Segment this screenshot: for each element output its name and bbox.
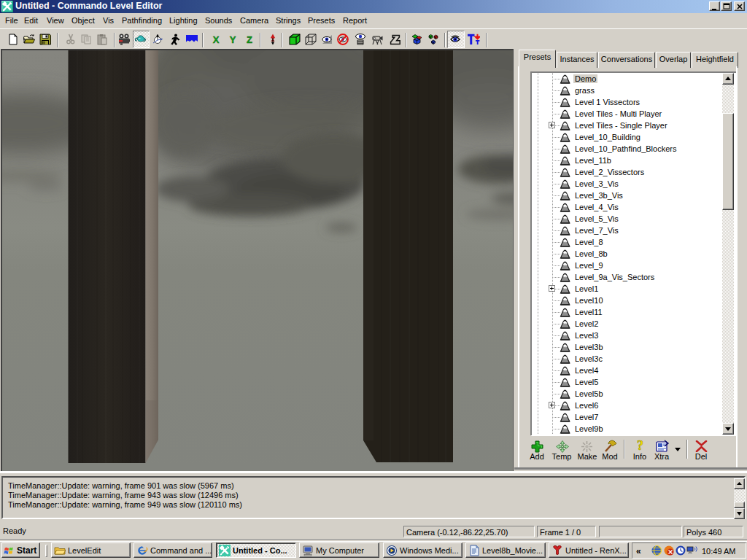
svg-text:Y: Y bbox=[230, 34, 236, 45]
svg-text:Z: Z bbox=[247, 34, 252, 45]
svg-text:X: X bbox=[213, 34, 220, 45]
svg-text:?: ? bbox=[637, 439, 643, 453]
